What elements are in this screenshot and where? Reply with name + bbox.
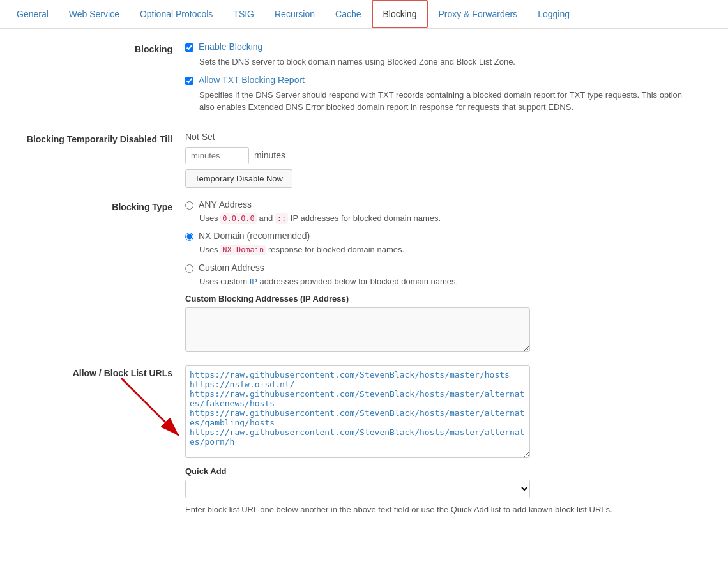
code-colons: :: bbox=[275, 213, 288, 224]
radio-custom-desc: Uses custom IP addresses provided below … bbox=[199, 275, 683, 288]
minutes-label: minutes bbox=[254, 150, 285, 160]
radio-nx-post: response for blocked domain names. bbox=[266, 245, 404, 254]
radio-any-label: ANY Address bbox=[199, 199, 252, 210]
radio-any-post: IP addresses for blocked domain names. bbox=[288, 213, 441, 223]
disabled-till-section: Blocking Temporarily Disabled Till Not S… bbox=[19, 132, 683, 188]
radio-any-mid: and bbox=[257, 213, 275, 223]
not-set-value: Not Set bbox=[185, 132, 683, 142]
blocking-content: Enable Blocking Sets the DNS server to b… bbox=[185, 42, 683, 120]
blocking-section: Blocking Enable Blocking Sets the DNS se… bbox=[19, 42, 683, 120]
radio-any[interactable] bbox=[185, 201, 193, 210]
radio-custom-label: Custom Address bbox=[199, 263, 264, 273]
enable-blocking-desc: Sets the DNS server to block domain name… bbox=[199, 56, 683, 68]
enable-blocking-row: Enable Blocking bbox=[185, 42, 683, 52]
enable-blocking-checkbox[interactable] bbox=[185, 43, 193, 52]
allow-txt-checkbox[interactable] bbox=[185, 77, 193, 85]
red-arrow-icon bbox=[115, 372, 192, 448]
custom-addresses-textarea[interactable] bbox=[185, 307, 530, 352]
radio-any-desc: Uses 0.0.0.0 and :: IP addresses for blo… bbox=[199, 212, 683, 225]
nav-item-proxy[interactable]: Proxy & Forwarders bbox=[428, 1, 527, 27]
nav-item-optionalprotocols[interactable]: Optional Protocols bbox=[130, 1, 223, 27]
custom-ip-link: IP bbox=[250, 277, 257, 286]
nav-item-logging[interactable]: Logging bbox=[527, 1, 580, 27]
nav-item-webservice[interactable]: Web Service bbox=[59, 1, 130, 27]
custom-addresses-title: Custom Blocking Addresses (IP Address) bbox=[185, 294, 683, 303]
nav-item-tsig[interactable]: TSIG bbox=[223, 1, 264, 27]
radio-nx-row: NX Domain (recommended) bbox=[185, 231, 683, 241]
allow-txt-label: Allow TXT Blocking Report bbox=[199, 75, 305, 85]
nav-item-general[interactable]: General bbox=[6, 1, 59, 27]
code-0000: 0.0.0.0 bbox=[220, 213, 257, 224]
blocking-label: Blocking bbox=[19, 42, 185, 54]
enable-blocking-label: Enable Blocking bbox=[199, 42, 262, 52]
radio-custom-row: Custom Address bbox=[185, 263, 683, 273]
minutes-row: minutes bbox=[185, 147, 683, 164]
radio-custom[interactable] bbox=[185, 264, 193, 273]
blocking-type-content: ANY Address Uses 0.0.0.0 and :: IP addre… bbox=[185, 199, 683, 355]
radio-nx-desc: Uses NX Domain response for blocked doma… bbox=[199, 243, 683, 256]
radio-nx[interactable] bbox=[185, 233, 193, 241]
nav-item-blocking[interactable]: Blocking bbox=[372, 0, 428, 28]
radio-any-pre: Uses bbox=[199, 213, 220, 223]
svg-line-1 bbox=[121, 378, 179, 436]
block-list-section: Allow / Block List URLs https://raw.gith… bbox=[19, 365, 683, 516]
radio-custom-post: addresses provided below for blocked dom… bbox=[257, 277, 458, 286]
url-list-textarea[interactable]: https://raw.githubusercontent.com/Steven… bbox=[185, 365, 530, 458]
radio-nx-label: NX Domain (recommended) bbox=[199, 231, 310, 241]
quick-add-select[interactable] bbox=[185, 480, 530, 498]
block-list-content: https://raw.githubusercontent.com/Steven… bbox=[185, 365, 683, 516]
code-nxdomain: NX Domain bbox=[220, 245, 266, 255]
disabled-till-label: Blocking Temporarily Disabled Till bbox=[19, 132, 185, 144]
bottom-desc: Enter block list URL one below another i… bbox=[185, 503, 619, 516]
quick-add-label: Quick Add bbox=[185, 466, 683, 476]
nav-item-recursion[interactable]: Recursion bbox=[264, 1, 325, 27]
allow-txt-row: Allow TXT Blocking Report bbox=[185, 75, 683, 85]
radio-any-row: ANY Address bbox=[185, 199, 683, 210]
main-content: Blocking Enable Blocking Sets the DNS se… bbox=[0, 29, 702, 540]
radio-nx-pre: Uses bbox=[199, 245, 220, 254]
minutes-input[interactable] bbox=[185, 147, 249, 164]
nav-item-cache[interactable]: Cache bbox=[325, 1, 371, 27]
blocking-type-section: Blocking Type ANY Address Uses 0.0.0.0 a… bbox=[19, 199, 683, 355]
temp-disable-button[interactable]: Temporary Disable Now bbox=[185, 169, 292, 188]
allow-txt-desc: Specifies if the DNS Server should respo… bbox=[199, 89, 683, 114]
disabled-till-content: Not Set minutes Temporary Disable Now bbox=[185, 132, 683, 188]
blocking-type-label: Blocking Type bbox=[19, 199, 185, 212]
nav-bar: General Web Service Optional Protocols T… bbox=[0, 0, 728, 29]
radio-custom-pre: Uses custom bbox=[199, 277, 250, 286]
